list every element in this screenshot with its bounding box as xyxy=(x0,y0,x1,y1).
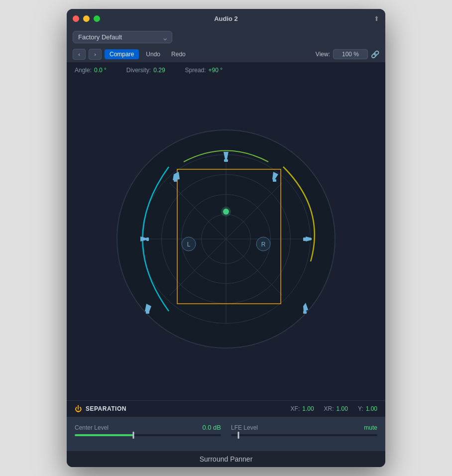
forward-button[interactable]: › xyxy=(89,49,102,60)
diversity-label: Diversity: xyxy=(126,67,151,74)
svg-marker-13 xyxy=(173,172,180,180)
svg-rect-14 xyxy=(174,179,177,182)
close-button[interactable] xyxy=(73,15,79,22)
preset-bar: Factory Default xyxy=(67,28,385,46)
spread-svg: L R xyxy=(97,110,355,368)
spread-label: Spread: xyxy=(185,67,206,74)
separation-power-icon[interactable]: ⏻ xyxy=(75,405,82,413)
separation-title: SEPARATION xyxy=(86,405,126,412)
export-icon[interactable]: ⬆ xyxy=(374,15,379,22)
xr-label: XR: xyxy=(324,405,334,412)
preset-dropdown[interactable]: Factory Default xyxy=(73,31,172,43)
maximize-button[interactable] xyxy=(94,15,100,22)
center-level-item: Center Level 0.0 dB xyxy=(75,424,221,436)
svg-marker-17 xyxy=(140,237,146,241)
center-level-value: 0.0 dB xyxy=(202,424,221,431)
params-row: Angle: 0.0 ° Diversity: 0.29 Spread: +90… xyxy=(67,63,385,78)
y-value[interactable]: 1.00 xyxy=(366,405,377,412)
sep-label-group: ⏻ SEPARATION xyxy=(75,405,126,413)
center-level-fill xyxy=(75,434,133,436)
xr-value[interactable]: 1.00 xyxy=(337,405,348,412)
link-icon[interactable]: 🔗 xyxy=(371,50,379,58)
view-input[interactable] xyxy=(333,49,368,59)
lfe-level-value: mute xyxy=(364,424,377,431)
center-level-slider[interactable] xyxy=(75,434,221,436)
minimize-button[interactable] xyxy=(83,15,90,22)
svg-rect-16 xyxy=(273,179,276,182)
lfe-level-label: LFE Level xyxy=(231,424,258,431)
xr-param: XR: 1.00 xyxy=(324,405,348,412)
sep-params: XF: 1.00 XR: 1.00 Y: 1.00 xyxy=(291,405,377,412)
spread-value: +90 ° xyxy=(209,67,223,74)
footer-label: Surround Panner xyxy=(67,451,385,467)
svg-marker-15 xyxy=(272,172,278,180)
svg-rect-12 xyxy=(224,159,228,162)
surround-field[interactable]: L R xyxy=(67,78,385,400)
toolbar: ‹ › Compare Undo Redo View: 🔗 xyxy=(67,46,385,63)
center-level-header: Center Level 0.0 dB xyxy=(75,424,221,431)
y-param: Y: 1.00 xyxy=(358,405,377,412)
diversity-param: Diversity: 0.29 xyxy=(126,67,165,74)
view-section: View: 🔗 xyxy=(316,49,379,59)
back-button[interactable]: ‹ xyxy=(73,49,86,60)
footer-text: Surround Panner xyxy=(200,455,253,463)
main-content: Angle: 0.0 ° Diversity: 0.29 Spread: +90… xyxy=(67,63,385,451)
level-section: Center Level 0.0 dB LFE Level mute xyxy=(67,417,385,451)
y-label: Y: xyxy=(358,405,363,412)
undo-button[interactable]: Undo xyxy=(142,49,164,59)
compare-button[interactable]: Compare xyxy=(105,49,139,59)
lfe-level-item: LFE Level mute xyxy=(231,424,377,436)
svg-rect-4 xyxy=(177,169,281,304)
surround-canvas: L R xyxy=(97,110,355,368)
angle-value: 0.0 ° xyxy=(94,67,107,74)
svg-marker-11 xyxy=(224,152,228,159)
xf-value[interactable]: 1.00 xyxy=(302,405,314,412)
xf-label: XF: xyxy=(291,405,300,412)
lfe-level-header: LFE Level mute xyxy=(231,424,377,431)
spread-param: Spread: +90 ° xyxy=(185,67,223,74)
svg-rect-24 xyxy=(303,311,307,314)
center-level-thumb[interactable] xyxy=(132,432,134,439)
svg-rect-18 xyxy=(146,238,149,241)
svg-marker-23 xyxy=(303,303,308,312)
svg-marker-19 xyxy=(306,237,312,241)
separation-section: ⏻ SEPARATION XF: 1.00 XR: 1.00 Y: 1.00 xyxy=(67,400,385,417)
titlebar: Audio 2 ⬆ xyxy=(67,9,385,28)
view-label: View: xyxy=(316,51,330,58)
redo-button[interactable]: Redo xyxy=(167,49,190,59)
lfe-level-slider[interactable] xyxy=(231,434,377,436)
xf-param: XF: 1.00 xyxy=(291,405,314,412)
window-title: Audio 2 xyxy=(214,15,238,22)
level-row: Center Level 0.0 dB LFE Level mute xyxy=(75,424,377,436)
svg-rect-22 xyxy=(146,311,149,314)
preset-wrapper: Factory Default xyxy=(73,31,172,43)
window-controls xyxy=(73,15,100,22)
center-level-label: Center Level xyxy=(75,424,109,431)
svg-rect-20 xyxy=(303,238,306,241)
svg-point-6 xyxy=(221,207,231,217)
main-window: Audio 2 ⬆ Factory Default ‹ › Compare Un… xyxy=(67,9,385,467)
lfe-level-thumb[interactable] xyxy=(237,432,239,439)
angle-param: Angle: 0.0 ° xyxy=(75,67,107,74)
angle-label: Angle: xyxy=(75,67,92,74)
svg-text:L: L xyxy=(187,241,191,248)
svg-text:R: R xyxy=(261,241,266,248)
diversity-value: 0.29 xyxy=(153,67,165,74)
